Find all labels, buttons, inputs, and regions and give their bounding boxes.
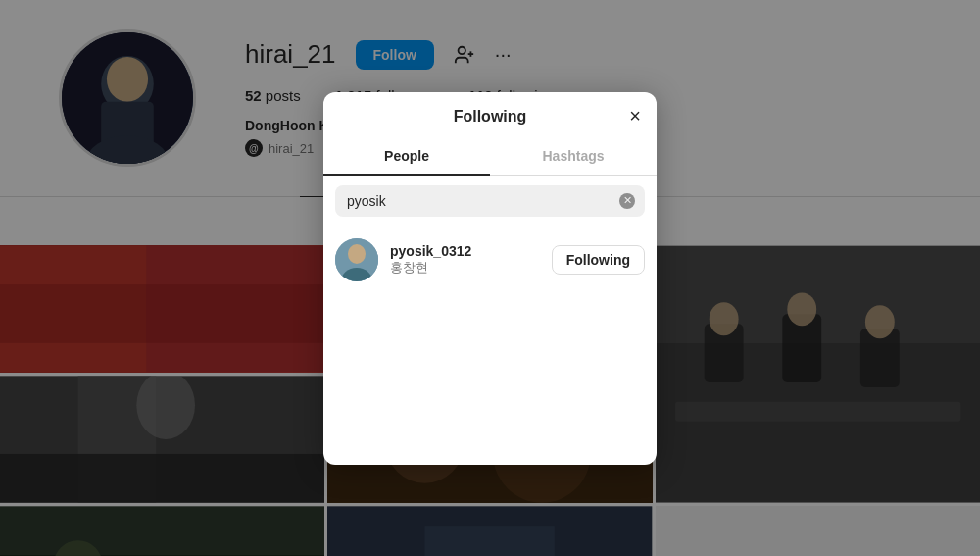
empty-space: [323, 289, 657, 465]
tab-hashtags[interactable]: Hashtags: [490, 138, 657, 176]
following-modal: Following × People Hashtags ✕: [323, 92, 657, 465]
svg-point-46: [348, 244, 366, 264]
user-avatar: [335, 238, 378, 281]
search-clear-button[interactable]: ✕: [619, 193, 635, 209]
search-container: ✕: [335, 185, 645, 217]
modal-tabs: People Hashtags: [323, 137, 657, 176]
modal-header: Following ×: [323, 92, 657, 126]
modal-title: Following: [454, 108, 527, 126]
following-button[interactable]: Following: [552, 245, 645, 275]
list-display-name: 홍창현: [390, 259, 540, 277]
search-input[interactable]: [335, 185, 645, 217]
list-item: pyosik_0312 홍창현 Following: [323, 230, 657, 289]
modal-close-button[interactable]: ×: [629, 106, 641, 126]
modal-overlay[interactable]: Following × People Hashtags ✕: [0, 0, 980, 556]
user-info: pyosik_0312 홍창현: [390, 243, 540, 277]
modal-user-list: pyosik_0312 홍창현 Following: [323, 227, 657, 465]
list-username[interactable]: pyosik_0312: [390, 243, 540, 259]
tab-people[interactable]: People: [323, 138, 490, 176]
